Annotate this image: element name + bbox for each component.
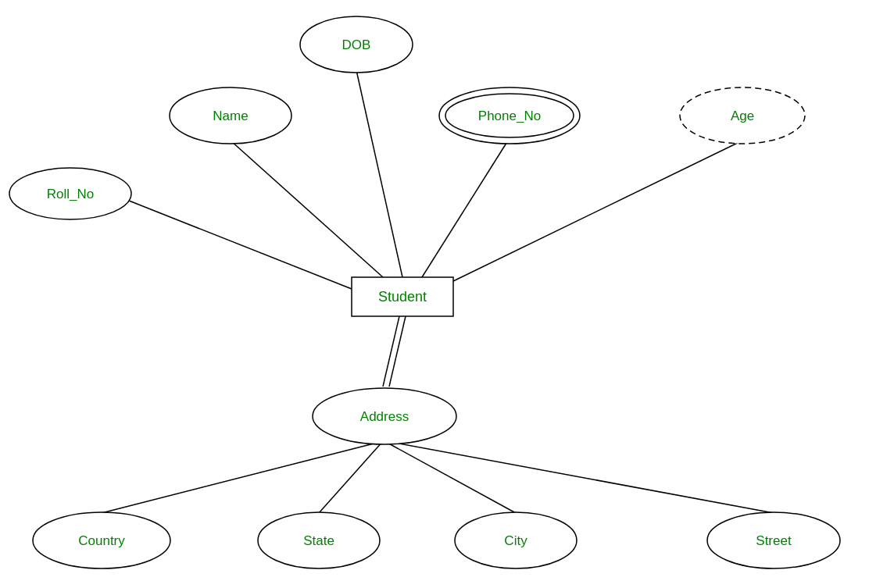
line-student-phone xyxy=(422,141,508,277)
name-label: Name xyxy=(213,109,248,123)
student-label: Student xyxy=(378,289,427,305)
age-label: Age xyxy=(731,109,754,123)
dob-label: DOB xyxy=(342,37,371,52)
line-address-street xyxy=(387,441,774,513)
phone-label: Phone_No xyxy=(478,109,541,123)
line-address-state xyxy=(319,441,383,513)
city-label: City xyxy=(504,533,527,548)
line-student-age xyxy=(453,141,742,281)
country-label: Country xyxy=(78,533,125,548)
line-student-name xyxy=(231,141,383,277)
rollno-label: Roll_No xyxy=(47,187,94,201)
address-label: Address xyxy=(360,409,409,424)
state-label: State xyxy=(303,533,334,548)
street-label: Street xyxy=(756,533,792,548)
line-address-country xyxy=(102,441,383,513)
line-student-dob xyxy=(356,70,402,277)
line-student-rollno xyxy=(125,199,352,289)
line-address-city xyxy=(384,441,516,513)
